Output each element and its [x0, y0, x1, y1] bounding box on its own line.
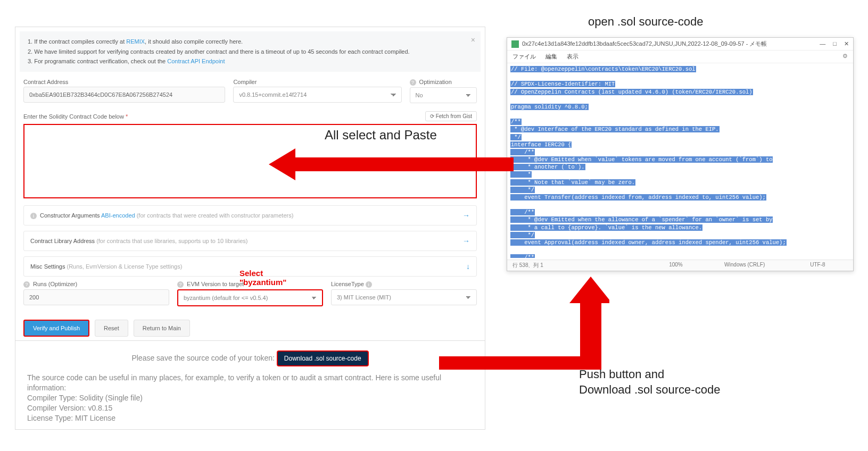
- info-icon: i: [30, 213, 37, 219]
- source-code-info-panel: Please save the source code of your toke…: [15, 340, 485, 430]
- api-endpoint-link[interactable]: Contract API Endpoint: [167, 58, 225, 64]
- status-zoom: 100%: [650, 262, 701, 269]
- notice-line1b: , it should also compile correctly here.: [145, 38, 243, 45]
- status-position: 行 538、列 1: [512, 262, 650, 269]
- constructor-args-accordion[interactable]: i Constructor Arguments ABI-encoded (for…: [23, 205, 477, 226]
- menu-view[interactable]: 表示: [567, 53, 578, 61]
- contract-address-input[interactable]: [23, 87, 225, 103]
- notepad-statusbar: 行 538、列 1 100% Windows (CRLF) UTF-8: [507, 260, 853, 271]
- chevron-down-icon: ↓: [466, 262, 470, 271]
- remix-link[interactable]: REMIX: [126, 38, 145, 45]
- code-label: Enter the Solidity Contract Code below *: [23, 113, 128, 120]
- compiler-version: Compiler Version: v0.8.15: [27, 403, 473, 413]
- notice-line2: 2. We have limited support for verifying…: [28, 47, 473, 57]
- download-sol-button[interactable]: Download .sol source-code: [277, 350, 369, 366]
- notepad-menu: ファイル 編集 表示 ⚙: [507, 51, 853, 63]
- menu-file[interactable]: ファイル: [512, 53, 536, 61]
- help-icon: ?: [177, 281, 184, 288]
- license-type: License Type: MIT License: [27, 413, 473, 423]
- notepad-body[interactable]: // File: @openzeppelin\contracts\token\E…: [507, 63, 853, 258]
- verify-publish-button[interactable]: Verify and Publish: [23, 320, 89, 337]
- info-icon: i: [366, 281, 372, 288]
- chevron-right-icon: →: [462, 211, 470, 220]
- status-encoding: Windows (CRLF): [701, 262, 788, 269]
- notice-line1a: 1. If the contract compiles correctly at: [28, 38, 126, 45]
- verify-contract-form: × 1. If the contract compiles correctly …: [15, 27, 485, 347]
- select-byzantium-annotation: Select"byzantium": [239, 269, 286, 287]
- optimization-select[interactable]: No: [410, 87, 477, 103]
- license-select[interactable]: 3) MIT License (MIT): [331, 289, 477, 305]
- compiler-label: Compiler: [233, 79, 401, 85]
- close-icon[interactable]: ×: [471, 34, 475, 47]
- license-label: LicenseType i: [331, 281, 477, 288]
- evm-version-select[interactable]: byzantium (default for <= v0.5.4): [177, 289, 323, 306]
- compiler-select[interactable]: v0.8.15+commit.e14f2714: [233, 87, 401, 103]
- save-prompt: Please save the source code of your toke…: [131, 354, 275, 362]
- notice-box: × 1. If the contract compiles correctly …: [20, 31, 481, 72]
- contract-address-label: Contract Address: [23, 79, 225, 85]
- notepad-window: 0x27c4e13d1a843fe12ddfb13bdaafc5cec53cad…: [507, 37, 854, 271]
- notepad-app-icon: [511, 40, 519, 48]
- optimization-label: ? Optimization: [410, 79, 477, 86]
- info-desc: The source code can be useful in many pl…: [27, 373, 473, 393]
- all-select-paste-annotation: All select and Paste: [325, 128, 437, 143]
- close-icon[interactable]: ✕: [844, 40, 849, 47]
- maximize-icon[interactable]: □: [833, 40, 837, 47]
- gear-icon[interactable]: ⚙: [842, 53, 848, 60]
- minimize-icon[interactable]: —: [820, 40, 825, 47]
- open-sol-annotation: open .sol source-code: [588, 15, 703, 29]
- return-main-button[interactable]: Return to Main: [134, 320, 190, 337]
- reset-button[interactable]: Reset: [95, 320, 128, 337]
- notepad-title: 0x27c4e13d1a843fe12ddfb13bdaafc5cec53cad…: [522, 40, 767, 48]
- help-icon: ?: [23, 281, 30, 288]
- status-charset: UTF-8: [788, 262, 848, 269]
- runs-label: ? Runs (Optimizer): [23, 281, 169, 288]
- help-icon: ?: [410, 79, 416, 86]
- library-address-accordion[interactable]: Contract Library Address (for contracts …: [23, 231, 477, 251]
- runs-input[interactable]: [23, 289, 169, 305]
- notice-line3a: 3. For programatic contract verification…: [28, 58, 167, 64]
- menu-edit[interactable]: 編集: [545, 53, 557, 61]
- push-download-annotation: Push button andDownload .sol source-code: [579, 367, 720, 397]
- notepad-titlebar: 0x27c4e13d1a843fe12ddfb13bdaafc5cec53cad…: [507, 38, 853, 51]
- compiler-type: Compiler Type: Solidity (Single file): [27, 393, 473, 403]
- chevron-right-icon: →: [462, 237, 470, 245]
- fetch-gist-button[interactable]: ⟳ Fetch from Gist: [425, 111, 477, 121]
